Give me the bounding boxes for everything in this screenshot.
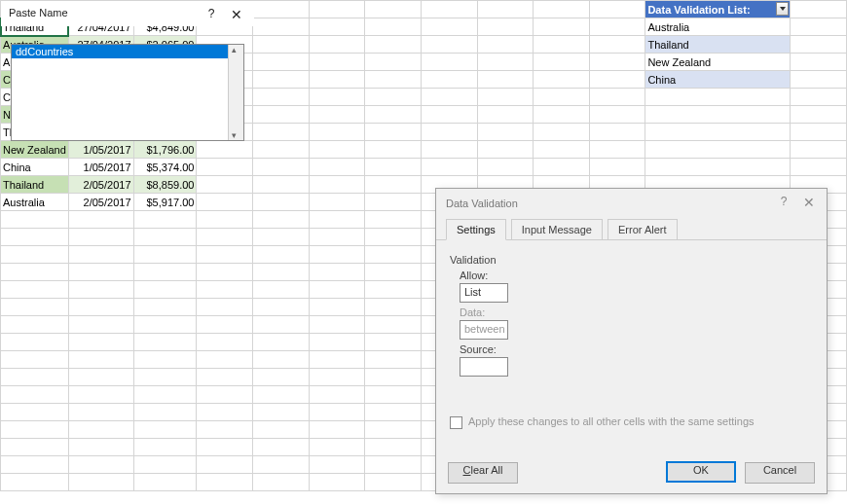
cell[interactable]	[477, 71, 534, 89]
cell[interactable]	[309, 299, 365, 316]
cell[interactable]	[365, 229, 422, 246]
cell[interactable]	[197, 439, 253, 456]
cell[interactable]	[309, 386, 365, 404]
cell[interactable]	[365, 211, 422, 229]
cell[interactable]	[534, 106, 590, 124]
cell-date[interactable]: 2/05/2017	[68, 176, 133, 194]
allow-dropdown[interactable]: List	[460, 283, 508, 303]
cell[interactable]	[1, 456, 69, 474]
cell[interactable]	[365, 456, 422, 474]
cell[interactable]	[197, 386, 253, 404]
cell[interactable]	[309, 229, 365, 246]
cell[interactable]	[645, 124, 791, 141]
cell[interactable]	[197, 421, 253, 439]
cell-country[interactable]: Australia	[1, 194, 69, 211]
cell[interactable]	[791, 89, 847, 106]
cell[interactable]	[253, 386, 310, 404]
cell[interactable]	[791, 159, 847, 176]
cell[interactable]	[534, 1, 590, 18]
cell[interactable]	[477, 18, 534, 36]
dvlist-item[interactable]: Australia	[645, 18, 791, 36]
cell[interactable]	[365, 141, 422, 159]
cell[interactable]	[133, 211, 197, 229]
cell[interactable]	[253, 141, 310, 159]
cell[interactable]	[253, 264, 310, 281]
help-icon[interactable]: ?	[202, 7, 221, 20]
cell[interactable]	[197, 264, 253, 281]
cell[interactable]	[133, 456, 197, 474]
cell[interactable]	[645, 106, 791, 124]
cell[interactable]	[68, 456, 133, 474]
cell[interactable]	[253, 281, 310, 299]
cell[interactable]	[253, 36, 310, 54]
cell[interactable]	[791, 71, 847, 89]
tab-error-alert[interactable]: Error Alert	[608, 219, 678, 239]
cell[interactable]	[253, 246, 310, 264]
cell[interactable]	[309, 246, 365, 264]
cell[interactable]	[133, 369, 197, 386]
cell[interactable]	[791, 18, 847, 36]
cell[interactable]	[197, 194, 253, 211]
cell[interactable]	[309, 316, 365, 334]
cell[interactable]	[645, 159, 791, 176]
cell[interactable]	[365, 386, 422, 404]
cell[interactable]	[253, 439, 310, 456]
cell[interactable]	[365, 369, 422, 386]
cell[interactable]	[477, 124, 534, 141]
cell[interactable]	[1, 316, 69, 334]
cell[interactable]	[1, 281, 69, 299]
cell[interactable]	[309, 18, 365, 36]
cell[interactable]	[68, 474, 133, 491]
cell[interactable]	[68, 316, 133, 334]
source-input[interactable]	[460, 357, 508, 377]
cell[interactable]	[589, 124, 645, 141]
cell[interactable]	[68, 334, 133, 351]
cell[interactable]	[365, 351, 422, 369]
cell-country[interactable]: Thailand	[1, 176, 69, 194]
cell[interactable]	[309, 1, 365, 18]
cell[interactable]	[197, 246, 253, 264]
cell[interactable]	[421, 71, 477, 89]
cell[interactable]	[68, 439, 133, 456]
cell[interactable]	[365, 159, 422, 176]
cell[interactable]	[133, 351, 197, 369]
cell[interactable]	[1, 229, 69, 246]
cell[interactable]	[421, 89, 477, 106]
cell[interactable]	[309, 474, 365, 491]
cell[interactable]	[309, 71, 365, 89]
cell[interactable]	[791, 54, 847, 71]
cell[interactable]	[253, 474, 310, 491]
cell[interactable]	[253, 89, 310, 106]
cell[interactable]	[309, 54, 365, 71]
cell[interactable]	[477, 141, 534, 159]
tab-settings[interactable]: Settings	[446, 219, 506, 240]
cell[interactable]	[197, 369, 253, 386]
cell[interactable]	[1, 421, 69, 439]
cell[interactable]	[365, 264, 422, 281]
cell[interactable]	[133, 316, 197, 334]
cell[interactable]	[309, 141, 365, 159]
cell[interactable]	[365, 54, 422, 71]
cell[interactable]	[197, 404, 253, 421]
cell[interactable]	[534, 18, 590, 36]
cell[interactable]	[253, 316, 310, 334]
cell[interactable]	[133, 421, 197, 439]
cell-revenue[interactable]: $1,796.00	[133, 141, 197, 159]
cell[interactable]	[589, 106, 645, 124]
filter-icon[interactable]	[776, 2, 789, 16]
cell[interactable]	[253, 404, 310, 421]
close-icon[interactable]: ✕	[799, 195, 819, 210]
cell[interactable]	[309, 456, 365, 474]
cell[interactable]	[534, 124, 590, 141]
cell[interactable]	[309, 106, 365, 124]
cell[interactable]	[365, 18, 422, 36]
cell[interactable]	[309, 89, 365, 106]
cell[interactable]	[477, 89, 534, 106]
cell[interactable]	[133, 334, 197, 351]
cell[interactable]	[253, 421, 310, 439]
cell[interactable]	[253, 106, 310, 124]
cell[interactable]	[1, 351, 69, 369]
cell[interactable]	[68, 386, 133, 404]
cell[interactable]	[589, 141, 645, 159]
cell[interactable]	[253, 229, 310, 246]
